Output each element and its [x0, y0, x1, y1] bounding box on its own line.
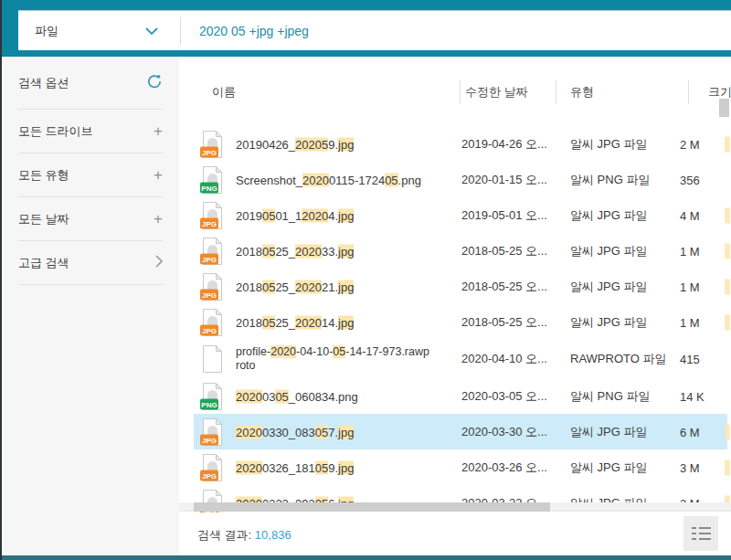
file-icon-jpg: JPG — [199, 130, 225, 159]
table-row[interactable]: profile-2020-04-10-05-14-17-973.rawproto… — [194, 340, 727, 378]
search-match-highlight: 2020 — [236, 425, 262, 438]
svg-text:JPG: JPG — [202, 219, 217, 227]
svg-text:JPG: JPG — [202, 255, 217, 263]
table-row[interactable]: PNG20200305_060834.png2020-03-05 오...알씨 … — [194, 378, 727, 414]
file-size: 356 — [680, 173, 700, 186]
search-match-highlight: 05 — [315, 460, 328, 474]
horizontal-scrollbar-thumb[interactable] — [194, 502, 550, 512]
table-row[interactable]: JPG20190501_120204.jpg2019-05-01 오...알씨 … — [194, 197, 727, 233]
file-date: 2020-03-30 오... — [461, 424, 547, 440]
file-name: 20200330_083057.jpg — [236, 425, 429, 438]
column-header-date[interactable]: 수정한 날짜 — [465, 84, 528, 100]
file-icon-jpg: JPG — [199, 237, 225, 266]
horizontal-scrollbar[interactable] — [179, 502, 731, 512]
file-icon-jpg: JPG — [199, 453, 225, 482]
file-name: profile-2020-04-10-05-14-17-973.rawproto — [236, 345, 429, 373]
sidebar-item-search-options[interactable]: 검색 옵션 — [18, 57, 163, 110]
file-name: 20200326_181059.jpg — [236, 460, 429, 474]
header-divider — [460, 80, 461, 104]
file-date: 2018-05-25 오... — [461, 314, 547, 331]
svg-text:PNG: PNG — [201, 184, 217, 192]
sidebar-item-all-types[interactable]: 모든 유형+ — [18, 153, 163, 197]
table-row[interactable]: JPG20200326_181059.jpg2020-03-26 오...알씨 … — [194, 449, 727, 485]
search-scope-dropdown[interactable]: 파일 — [18, 11, 180, 50]
column-header-name[interactable]: 이름 — [212, 84, 236, 100]
sidebar-item-label: 모든 유형 — [18, 167, 69, 184]
file-icon-file — [199, 344, 225, 374]
svg-text:JPG: JPG — [202, 148, 217, 156]
file-name: 20200305_060834.png — [236, 389, 429, 403]
file-date: 2019-05-01 오... — [461, 207, 547, 224]
search-match-highlight: 2020 — [302, 208, 328, 222]
file-type: 알씨 JPG 파일 — [570, 314, 648, 331]
table-row[interactable]: JPG20180525_202014.jpg2018-05-25 오...알씨 … — [194, 304, 727, 340]
search-match-highlight: 2020 — [295, 280, 322, 293]
file-type: 알씨 PNG 파일 — [570, 172, 650, 188]
result-count: 10,836 — [255, 528, 291, 542]
sidebar-item-all-dates[interactable]: 모든 날짜+ — [18, 197, 163, 241]
clipped-highlight-sliver — [725, 279, 730, 294]
search-match-highlight: 05 — [315, 425, 328, 438]
clipped-highlight-sliver — [725, 243, 730, 259]
sidebar-item-label: 모든 날짜 — [18, 211, 69, 227]
file-name: 20180525_202021.jpg — [236, 280, 429, 293]
sidebar-item-all-drives[interactable]: 모든 드라이브+ — [18, 110, 163, 153]
search-match-highlight: 20205 — [295, 137, 328, 151]
search-match-highlight: jpg — [338, 425, 354, 438]
file-size: 4 M — [680, 208, 700, 222]
search-match-highlight: jpg — [338, 244, 354, 258]
file-list: 이름 수정한 날짜 유형 크기 JPG20190426_202059.jpg20… — [179, 57, 731, 555]
file-name: 20180525_202033.jpg — [236, 244, 429, 258]
sidebar-item-advanced-search[interactable]: 고급 검색 — [18, 241, 163, 285]
file-icon-jpg: JPG — [199, 417, 225, 447]
table-row[interactable]: JPG20180525_202033.jpg2018-05-25 오...알씨 … — [194, 233, 727, 269]
svg-text:JPG: JPG — [202, 436, 217, 444]
search-match-highlight: jpg — [338, 208, 354, 222]
file-icon-png: PNG — [199, 382, 225, 411]
svg-text:JPG: JPG — [202, 326, 217, 334]
file-size: 2 M — [680, 137, 700, 151]
file-type: RAWPROTO 파일 — [570, 351, 666, 367]
search-match-highlight: 05 — [262, 280, 275, 293]
table-row[interactable]: JPG20190426_202059.jpg2019-04-26 오...알씨 … — [194, 126, 727, 162]
file-icon-jpg: JPG — [199, 201, 225, 230]
sidebar-item-label: 검색 옵션 — [18, 75, 69, 91]
file-name: 20190426_202059.jpg — [236, 137, 429, 151]
search-match-highlight: 2020 — [295, 244, 322, 258]
table-row[interactable]: PNGScreenshot_20200115-172405.png2020-01… — [194, 162, 727, 197]
search-match-highlight: 2020 — [302, 173, 329, 186]
vertical-scrollbar-thumb[interactable] — [719, 99, 729, 117]
file-type: 알씨 JPG 파일 — [570, 279, 648, 295]
column-header-type[interactable]: 유형 — [570, 84, 594, 100]
search-match-highlight: jpg — [338, 460, 354, 474]
search-input[interactable]: 2020 05 +jpg +jpeg — [181, 24, 731, 38]
details-view-icon — [692, 527, 711, 540]
table-row[interactable]: JPG20180525_202021.jpg2018-05-25 오...알씨 … — [194, 269, 727, 304]
file-rows: JPG20190426_202059.jpg2019-04-26 오...알씨 … — [179, 126, 731, 555]
refresh-icon[interactable] — [146, 73, 163, 93]
search-match-highlight: jpg — [338, 137, 354, 151]
file-type: 알씨 JPG 파일 — [570, 136, 648, 153]
search-match-highlight: 05 — [275, 389, 288, 403]
search-match-highlight: jpg — [338, 280, 354, 293]
search-match-highlight: jpg — [338, 315, 354, 329]
result-count-text: 검색 결과: 10,836 — [197, 527, 291, 544]
file-date: 2020-03-05 오... — [461, 388, 547, 405]
search-match-highlight: 2020 — [270, 345, 296, 358]
details-view-button[interactable] — [683, 516, 718, 551]
plus-icon: + — [154, 123, 163, 139]
file-date: 2018-05-25 오... — [461, 243, 547, 259]
clipped-highlight-sliver — [725, 314, 730, 330]
file-name: Screenshot_20200115-172405.png — [236, 173, 429, 186]
sidebar-item-label: 모든 드라이브 — [18, 123, 93, 140]
file-size: 1 M — [680, 315, 700, 329]
table-row[interactable]: JPG20200330_083057.jpg2020-03-30 오...알씨 … — [194, 414, 727, 449]
bottom-edge — [2, 555, 731, 560]
file-date: 2018-05-25 오... — [461, 279, 547, 295]
file-icon-jpg: JPG — [199, 272, 225, 301]
file-name: 20190501_120204.jpg — [236, 208, 429, 222]
header-divider — [688, 80, 689, 104]
search-match-highlight: 2020 — [236, 389, 262, 403]
chevron-down-icon — [145, 23, 158, 39]
file-date: 2019-04-26 오... — [461, 136, 547, 153]
